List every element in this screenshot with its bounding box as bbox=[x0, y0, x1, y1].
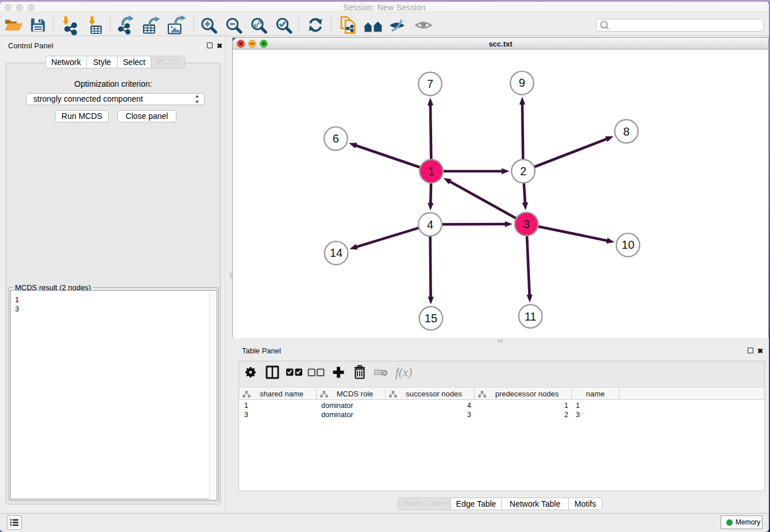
svg-text:2: 2 bbox=[520, 165, 526, 178]
svg-text:f(x): f(x) bbox=[395, 365, 412, 379]
svg-text:3: 3 bbox=[523, 218, 530, 230]
svg-text:15: 15 bbox=[425, 312, 437, 325]
svg-text:11: 11 bbox=[525, 310, 537, 323]
svg-text:14: 14 bbox=[330, 246, 342, 259]
svg-text:6: 6 bbox=[333, 132, 339, 145]
svg-text:10: 10 bbox=[622, 238, 634, 251]
svg-text:8: 8 bbox=[623, 125, 630, 138]
svg-text:4: 4 bbox=[427, 218, 433, 231]
svg-text:9: 9 bbox=[519, 76, 525, 89]
svg-text:7: 7 bbox=[427, 78, 433, 90]
svg-text:1: 1 bbox=[428, 165, 434, 178]
